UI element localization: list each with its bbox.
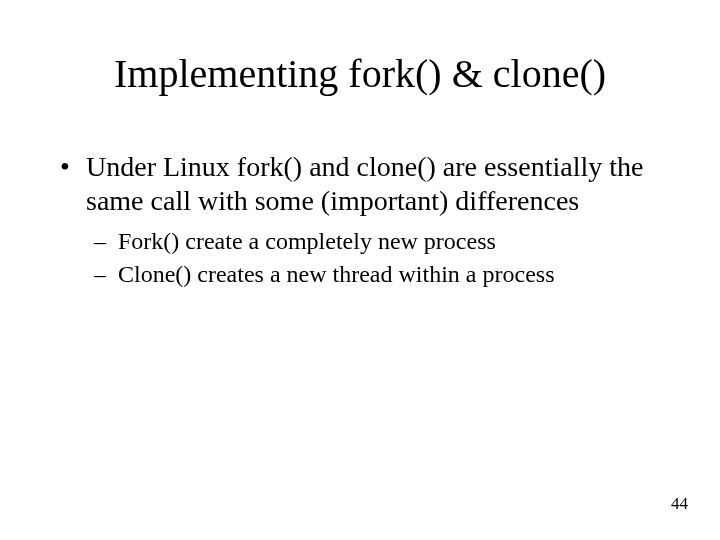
slide-body: Under Linux fork() and clone() are essen… xyxy=(60,150,660,293)
slide-title: Implementing fork() & clone() xyxy=(0,50,720,97)
bullet-level2: Clone() creates a new thread within a pr… xyxy=(60,260,660,289)
bullet-level2: Fork() create a completely new process xyxy=(60,227,660,256)
page-number: 44 xyxy=(671,494,688,514)
slide: Implementing fork() & clone() Under Linu… xyxy=(0,0,720,540)
bullet-level1: Under Linux fork() and clone() are essen… xyxy=(60,150,660,217)
